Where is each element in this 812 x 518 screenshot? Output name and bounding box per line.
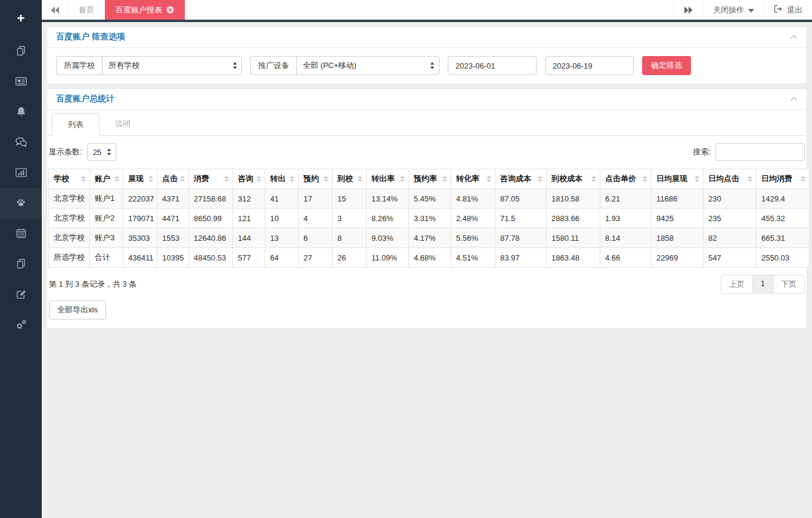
sort-icon <box>538 176 543 182</box>
sidebar-item-calendar[interactable] <box>0 219 42 249</box>
table-cell: 82 <box>703 228 757 248</box>
column-label: 咨询 <box>238 174 253 183</box>
table-cell: 12640.86 <box>189 228 233 248</box>
sidebar-item-files[interactable] <box>0 249 42 280</box>
sort-icon <box>591 176 596 182</box>
table-cell: 账户2 <box>90 209 123 228</box>
table-cell: 8650.99 <box>189 209 233 228</box>
table-cell: 87.05 <box>495 189 547 209</box>
collapse-icon[interactable] <box>790 35 798 39</box>
column-header[interactable]: 到校成本 <box>547 169 600 189</box>
sidebar-item-baidu[interactable] <box>0 188 42 219</box>
table-cell: 4.81% <box>451 189 495 209</box>
column-header[interactable]: 日均消费 <box>757 169 810 189</box>
device-select[interactable]: 全部 (PC+移动) <box>296 56 439 75</box>
search-input[interactable] <box>715 143 805 161</box>
table-cell: 35303 <box>123 228 157 248</box>
close-operations-dropdown[interactable]: 关闭操作 <box>703 0 764 20</box>
table-row[interactable]: 北京学校账户217907144718650.9912110438.26%3.31… <box>49 209 810 228</box>
prev-page-button[interactable]: 上页 <box>721 275 752 293</box>
table-cell: 1810.58 <box>547 189 600 209</box>
sort-icon <box>114 176 119 182</box>
table-cell: 230 <box>703 189 757 209</box>
close-tab-icon[interactable] <box>166 6 174 14</box>
close-operations-label: 关闭操作 <box>713 5 744 15</box>
tab-list[interactable]: 列表 <box>52 113 100 136</box>
column-header[interactable]: 咨询 <box>233 169 265 189</box>
table-cell: 6.21 <box>600 189 652 209</box>
page-size-select[interactable]: 25 <box>87 143 116 161</box>
sidebar-item-news[interactable] <box>0 67 42 97</box>
table-cell: 4371 <box>157 189 189 209</box>
tab-baidu-report[interactable]: 百度账户报表 <box>105 0 185 20</box>
table-cell: 所选学校 <box>49 248 90 268</box>
column-label: 学校 <box>54 174 69 183</box>
tab-bar: 首页 百度账户报表 关闭操作 退出 <box>42 0 812 22</box>
sort-icon <box>81 176 86 182</box>
column-header[interactable]: 展现 <box>123 169 157 189</box>
select-caret-icon <box>430 62 435 70</box>
page-number-button[interactable]: 1 <box>752 275 773 293</box>
column-label: 预约率 <box>414 174 437 183</box>
table-row[interactable]: 北京学校账户1222037437127158.6831241171513.14%… <box>49 189 810 209</box>
table-cell: 1863.48 <box>547 248 600 268</box>
table-cell: 9.03% <box>367 228 409 248</box>
table-cell: 83.97 <box>495 248 547 268</box>
column-label: 预约 <box>303 174 319 183</box>
column-header[interactable]: 日均点击 <box>703 169 757 189</box>
confirm-filter-button[interactable]: 确定筛选 <box>642 56 691 75</box>
tab-description[interactable]: 说明 <box>100 113 146 136</box>
app: + <box>0 0 812 518</box>
column-header[interactable]: 日均展现 <box>652 169 703 189</box>
logout-label: 退出 <box>787 5 802 15</box>
sidebar-item-reports[interactable] <box>0 158 42 188</box>
column-header[interactable]: 转出率 <box>367 169 409 189</box>
bar-chart-icon <box>14 166 28 181</box>
fast-backward-icon[interactable] <box>42 0 68 20</box>
export-xls-button[interactable]: 全部导出xls <box>49 300 106 320</box>
table-cell: 455.32 <box>757 209 810 228</box>
sort-icon <box>358 176 362 182</box>
table-cell: 71.5 <box>495 209 547 228</box>
table-row[interactable]: 所选学校合计4364111039548450.5357764272611.09%… <box>49 248 810 268</box>
column-header[interactable]: 消费 <box>189 169 233 189</box>
column-header[interactable]: 转化率 <box>451 169 495 189</box>
table-cell: 13 <box>265 228 299 248</box>
column-header[interactable]: 账户 <box>90 169 123 189</box>
column-label: 点击 <box>162 174 178 183</box>
column-label: 转出率 <box>371 174 395 183</box>
sidebar-item-documents[interactable] <box>0 36 42 67</box>
tab-home[interactable]: 首页 <box>68 0 105 20</box>
column-header[interactable]: 到校 <box>333 169 367 189</box>
column-header[interactable]: 预约率 <box>409 169 451 189</box>
school-select[interactable]: 所有学校 <box>102 56 242 75</box>
collapse-icon[interactable] <box>790 97 798 101</box>
stats-panel: 百度账户总统计 列表 说明 显示条数: 25 <box>47 88 807 329</box>
sidebar-item-settings[interactable] <box>0 310 42 340</box>
sidebar-item-messages[interactable] <box>0 128 42 158</box>
column-header[interactable]: 转出 <box>265 169 299 189</box>
table-cell: 3.31% <box>409 209 451 228</box>
column-label: 到校成本 <box>551 174 582 183</box>
sort-icon <box>442 176 447 182</box>
sidebar-item-edit[interactable] <box>0 280 42 310</box>
column-header[interactable]: 点击单价 <box>600 169 652 189</box>
plus-icon[interactable]: + <box>0 0 42 36</box>
logout-button[interactable]: 退出 <box>764 0 812 20</box>
column-header[interactable]: 点击 <box>157 169 189 189</box>
table-cell: 4 <box>299 209 333 228</box>
column-header[interactable]: 咨询成本 <box>495 169 547 189</box>
sidebar-item-notifications[interactable] <box>0 97 42 128</box>
fast-forward-icon[interactable] <box>674 0 703 20</box>
column-header[interactable]: 预约 <box>299 169 333 189</box>
start-date-input[interactable] <box>448 56 537 75</box>
next-page-button[interactable]: 下页 <box>773 275 804 293</box>
table-row[interactable]: 北京学校账户335303155312640.8614413689.03%4.17… <box>49 228 810 248</box>
table-cell: 13.14% <box>367 189 409 209</box>
end-date-input[interactable] <box>545 56 634 75</box>
sort-icon <box>748 176 752 182</box>
table-cell: 8.14 <box>600 228 652 248</box>
table-cell: 48450.53 <box>189 248 233 268</box>
sort-icon <box>486 176 491 182</box>
column-header[interactable]: 学校 <box>49 169 90 189</box>
